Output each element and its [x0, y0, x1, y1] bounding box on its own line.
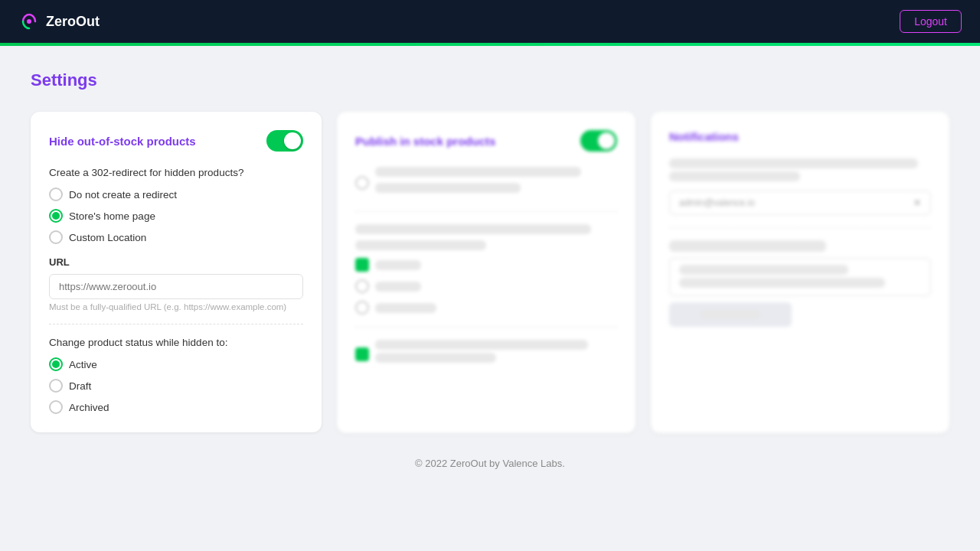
card-header: Hide out-of-stock products — [49, 130, 303, 152]
notif-close-icon: ✕ — [913, 197, 921, 208]
publish-option-3-line1 — [375, 340, 588, 350]
states-label-line2 — [355, 240, 486, 250]
svg-point-0 — [27, 19, 31, 24]
redirect-radio-1[interactable] — [49, 209, 63, 223]
state-archived-row — [355, 301, 617, 315]
publish-option-1-row — [355, 167, 617, 199]
redirect-label-1: Store's home page — [69, 210, 155, 222]
logo: ZeroOut — [18, 11, 100, 32]
notif-email-input: admin@valence.io ✕ — [669, 191, 931, 215]
notifications-card: Notifications admin@valence.io ✕ — [651, 112, 949, 433]
status-section: Change product status while hidden to: A… — [49, 337, 303, 414]
status-option-0[interactable]: Active — [49, 357, 303, 371]
publish-card: Publish in stock products — [337, 112, 635, 433]
status-option-1[interactable]: Draft — [49, 379, 303, 393]
notif-text-line1 — [669, 158, 918, 168]
publish-toggle — [580, 130, 617, 152]
redirect-radio-group: Do not create a redirect Store's home pa… — [49, 187, 303, 244]
url-section: URL Must be a fully-qualified URL (e.g. … — [49, 256, 303, 311]
status-radio-0[interactable] — [49, 357, 63, 371]
add-email-label — [669, 240, 931, 252]
publish-option-3-line2 — [375, 353, 496, 363]
states-label-line1 — [355, 224, 591, 234]
state-draft-row — [355, 279, 617, 293]
notif-text-line2 — [669, 171, 800, 181]
redirect-label-0: Do not create a redirect — [69, 189, 177, 201]
status-radio-1[interactable] — [49, 379, 63, 393]
publish-option-3-check — [355, 347, 369, 361]
logout-button[interactable]: Logout — [900, 10, 962, 33]
state-draft-label — [375, 282, 421, 292]
publish-card-header: Publish in stock products — [355, 130, 617, 152]
status-radio-2[interactable] — [49, 400, 63, 414]
textarea-placeholder-line2 — [679, 278, 885, 288]
notif-card-header: Notifications — [669, 130, 931, 143]
textarea-placeholder-line1 — [679, 265, 848, 275]
redirect-question: Create a 302-redirect for hidden product… — [49, 167, 303, 178]
redirect-option-1[interactable]: Store's home page — [49, 209, 303, 223]
redirect-radio-2[interactable] — [49, 230, 63, 244]
publish-card-title: Publish in stock products — [355, 135, 495, 148]
redirect-option-2[interactable]: Custom Location — [49, 230, 303, 244]
url-hint: Must be a fully-qualified URL (e.g. http… — [49, 302, 303, 311]
notif-email-value: admin@valence.io — [679, 197, 755, 208]
url-label: URL — [49, 256, 303, 268]
add-email-button — [669, 302, 792, 327]
main-content: Settings Hide out-of-stock products Crea… — [0, 46, 980, 506]
hide-oos-toggle[interactable] — [266, 130, 303, 152]
notif-email-textarea — [669, 258, 931, 296]
notif-receiving-text — [669, 158, 931, 181]
status-label: Change product status while hidden to: — [49, 337, 303, 348]
publish-option-1-line — [375, 167, 581, 177]
page-title: Settings — [31, 70, 949, 90]
card-divider — [49, 324, 303, 324]
card-title: Hide out-of-stock products — [49, 135, 196, 148]
state-draft-radio — [355, 279, 369, 293]
publish-option-1-radio — [355, 176, 369, 190]
logo-text: ZeroOut — [46, 14, 100, 30]
logo-icon — [18, 11, 40, 32]
hide-oos-card: Hide out-of-stock products Create a 302-… — [31, 112, 322, 432]
status-option-2[interactable]: Archived — [49, 400, 303, 414]
publish-option-1-line2 — [375, 183, 521, 193]
footer: © 2022 ZeroOut by Valence Labs. — [31, 433, 949, 481]
state-active-check — [355, 258, 369, 272]
add-email-label-line — [669, 240, 826, 252]
status-label-1: Draft — [69, 380, 91, 392]
app-header: ZeroOut Logout — [0, 0, 980, 43]
add-email-btn-label — [700, 310, 761, 319]
state-active-row — [355, 258, 617, 272]
publish-option-3-row — [355, 340, 617, 369]
notif-divider — [669, 227, 931, 228]
publish-states-label — [355, 224, 617, 250]
redirect-label-2: Custom Location — [69, 232, 146, 243]
footer-text: © 2022 ZeroOut by Valence Labs. — [415, 458, 565, 469]
redirect-option-0[interactable]: Do not create a redirect — [49, 187, 303, 201]
url-input[interactable] — [49, 274, 303, 299]
redirect-radio-0[interactable] — [49, 187, 63, 201]
publish-divider2 — [355, 327, 617, 328]
status-radio-group: Active Draft Archived — [49, 357, 303, 414]
state-archived-radio — [355, 301, 369, 315]
notif-card-title: Notifications — [669, 130, 739, 143]
publish-divider — [355, 211, 617, 212]
cards-row: Hide out-of-stock products Create a 302-… — [31, 112, 949, 433]
state-active-label — [375, 260, 421, 270]
status-label-0: Active — [69, 359, 97, 370]
status-label-2: Archived — [69, 402, 109, 413]
state-archived-label — [375, 303, 436, 313]
